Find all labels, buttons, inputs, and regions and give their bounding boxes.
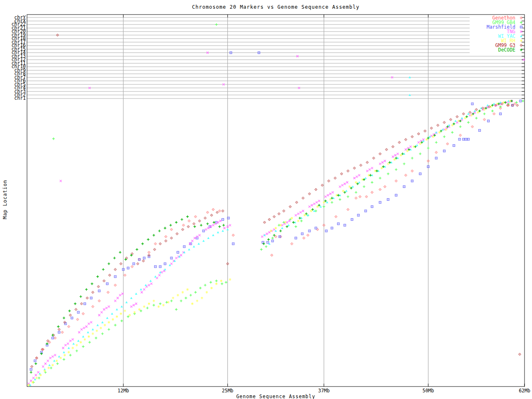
chromosome-label: chr1	[14, 95, 26, 101]
legend: GenethonGM99 GB4MarshfieldTNGWI YACWI RH…	[487, 15, 522, 53]
x-tick-label: 25Mb	[222, 388, 234, 394]
legend-label: DeCODE	[498, 47, 515, 53]
legend-symbol	[520, 44, 522, 47]
x-tick-label: 37Mb	[318, 388, 330, 394]
legend-symbol	[520, 26, 522, 28]
series-wi-yac	[29, 100, 510, 386]
legend-symbol	[520, 21, 522, 24]
series-tng	[27, 100, 512, 385]
series-gm99-gb4	[28, 100, 524, 387]
legend-symbol	[520, 39, 522, 42]
legend-item: DeCODE	[498, 47, 522, 53]
legend-symbol	[520, 35, 522, 37]
scatter-chart: 12Mb25Mb37Mb50Mb62MbchrYchrXchr22chr21ch…	[0, 0, 532, 399]
series-decode	[30, 100, 513, 374]
x-tick-label: 50Mb	[422, 388, 434, 394]
legend-symbol	[520, 17, 522, 19]
chromosome-labels: chrYchrXchr22chr21chr20chr19chr18chr17ch…	[11, 15, 26, 101]
x-tick-label: 62Mb	[519, 388, 530, 394]
plot-page: Chromosome 20 Markers vs Genome Sequence…	[0, 0, 532, 399]
x-tick-label: 12Mb	[118, 388, 129, 394]
chromosome-row-lines	[27, 17, 525, 99]
legend-item: Marshfield	[487, 24, 522, 30]
